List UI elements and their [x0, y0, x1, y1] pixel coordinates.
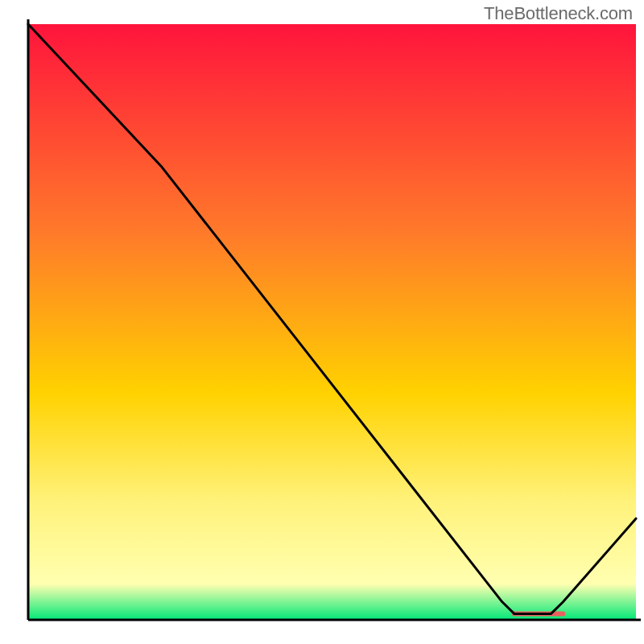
- chart-container: { "watermark": "TheBottleneck.com", "col…: [0, 0, 644, 644]
- plot-background: [28, 24, 636, 620]
- bottleneck-chart: [0, 0, 644, 644]
